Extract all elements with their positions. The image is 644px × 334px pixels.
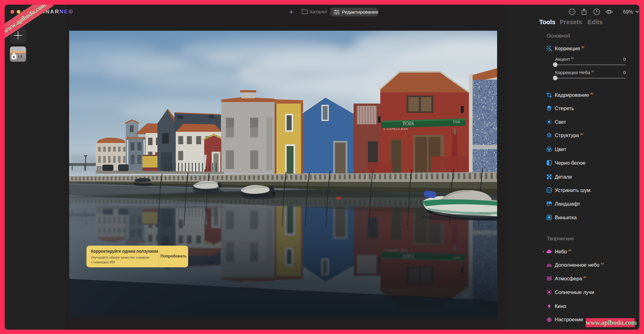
svg-text:69%: 69% bbox=[623, 9, 633, 15]
